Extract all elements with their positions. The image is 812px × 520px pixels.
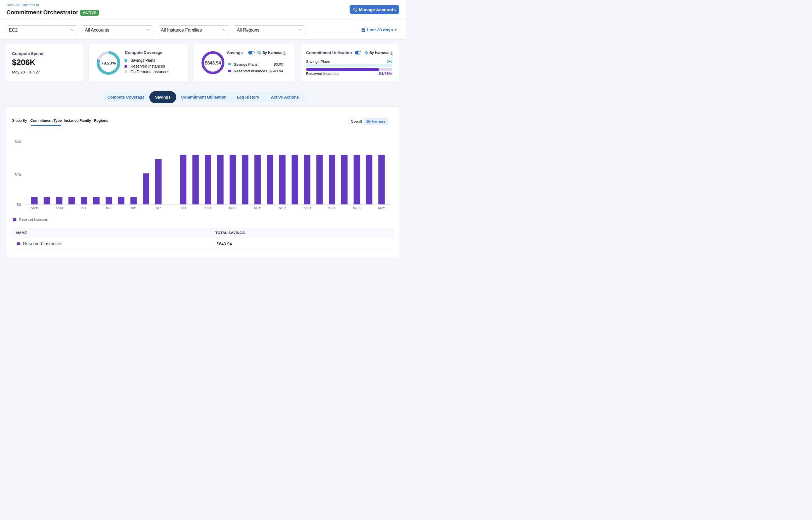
svg-text:6/17: 6/17	[279, 206, 286, 210]
svg-text:6/21: 6/21	[329, 206, 336, 210]
svg-text:6/1: 6/1	[81, 206, 87, 210]
svg-text:6/25: 6/25	[378, 206, 385, 210]
svg-text:6/19: 6/19	[304, 206, 311, 210]
svg-text:$20: $20	[15, 173, 21, 177]
svg-text:6/5: 6/5	[131, 206, 136, 210]
svg-text:6/23: 6/23	[353, 206, 361, 210]
svg-text:5/28: 5/28	[31, 206, 38, 210]
svg-text:5/30: 5/30	[56, 206, 63, 210]
svg-text:6/9: 6/9	[181, 206, 186, 210]
svg-text:6/15: 6/15	[254, 206, 261, 210]
svg-text:6/13: 6/13	[229, 206, 236, 210]
svg-text:6/7: 6/7	[156, 206, 161, 210]
svg-text:$0: $0	[17, 203, 21, 207]
svg-text:6/11: 6/11	[204, 206, 211, 210]
svg-text:6/3: 6/3	[106, 206, 111, 210]
svg-text:$40: $40	[15, 140, 21, 144]
